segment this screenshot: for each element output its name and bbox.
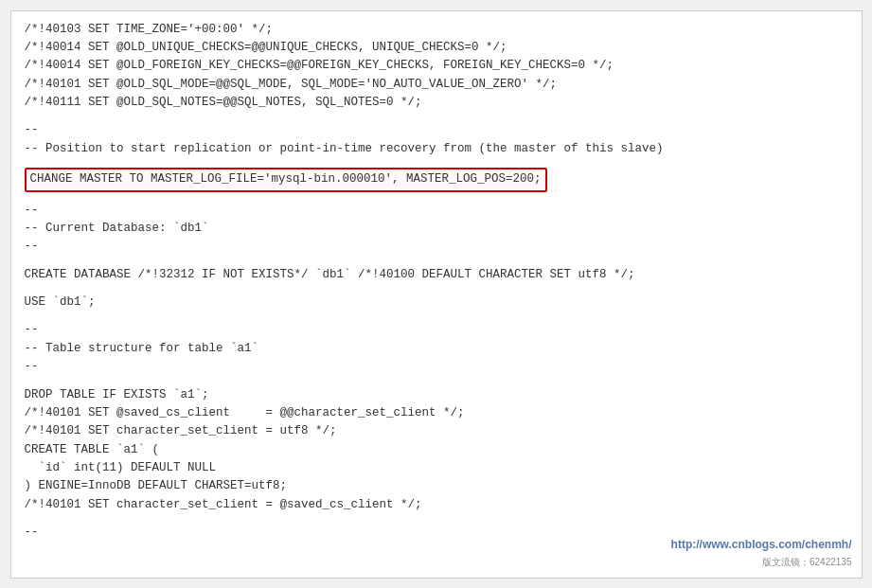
code-line: -- Current Database: `db1` (25, 220, 848, 238)
watermark-url: http://www.cnblogs.com/chenmh/ (671, 536, 852, 554)
code-line: ) ENGINE=InnoDB DEFAULT CHARSET=utf8; (25, 477, 848, 495)
code-line: DROP TABLE IF EXISTS `a1`; (25, 386, 848, 404)
code-line: -- (25, 358, 848, 376)
code-line: USE `db1`; (25, 294, 848, 312)
code-line: -- (25, 238, 848, 256)
code-line: /*!40101 SET @saved_cs_client = @@charac… (25, 404, 848, 422)
main-container: /*!40103 SET TIME_ZONE='+00:00' */;/*!40… (10, 10, 863, 579)
code-line (25, 284, 848, 294)
code-line (25, 514, 848, 524)
code-line: -- (25, 321, 848, 339)
code-line (25, 312, 848, 321)
code-line: /*!40014 SET @OLD_FOREIGN_KEY_CHECKS=@@F… (25, 57, 848, 75)
code-line: -- (25, 202, 848, 220)
code-line: /*!40103 SET TIME_ZONE='+00:00' */; (25, 21, 848, 39)
code-line: CHANGE MASTER TO MASTER_LOG_FILE='mysql-… (25, 168, 848, 191)
code-line: /*!40101 SET character_set_client = @sav… (25, 496, 848, 514)
code-line: -- Position to start replication or poin… (25, 140, 848, 158)
code-line (25, 158, 848, 168)
code-line: CREATE DATABASE /*!32312 IF NOT EXISTS*/… (25, 266, 848, 284)
code-line: /*!40101 SET character_set_client = utf8… (25, 422, 848, 440)
code-line: /*!40101 SET @OLD_SQL_MODE=@@SQL_MODE, S… (25, 76, 848, 94)
code-line (25, 192, 848, 202)
code-line: -- (25, 121, 848, 139)
watermark: http://www.cnblogs.com/chenmh/ 版文流镜：6242… (671, 536, 852, 569)
watermark-code: 版文流镜：62422135 (671, 555, 852, 570)
highlighted-code-line: CHANGE MASTER TO MASTER_LOG_FILE='mysql-… (25, 168, 547, 191)
code-line: /*!40014 SET @OLD_UNIQUE_CHECKS=@@UNIQUE… (25, 39, 848, 57)
code-line (25, 112, 848, 121)
code-line: /*!40111 SET @OLD_SQL_NOTES=@@SQL_NOTES,… (25, 94, 848, 112)
code-line: `id` int(11) DEFAULT NULL (25, 459, 848, 477)
code-line (25, 377, 848, 386)
code-line: CREATE TABLE `a1` ( (25, 441, 848, 459)
code-line (25, 257, 848, 266)
code-line: -- Table structure for table `a1` (25, 340, 848, 358)
code-block: /*!40103 SET TIME_ZONE='+00:00' */;/*!40… (25, 21, 848, 568)
